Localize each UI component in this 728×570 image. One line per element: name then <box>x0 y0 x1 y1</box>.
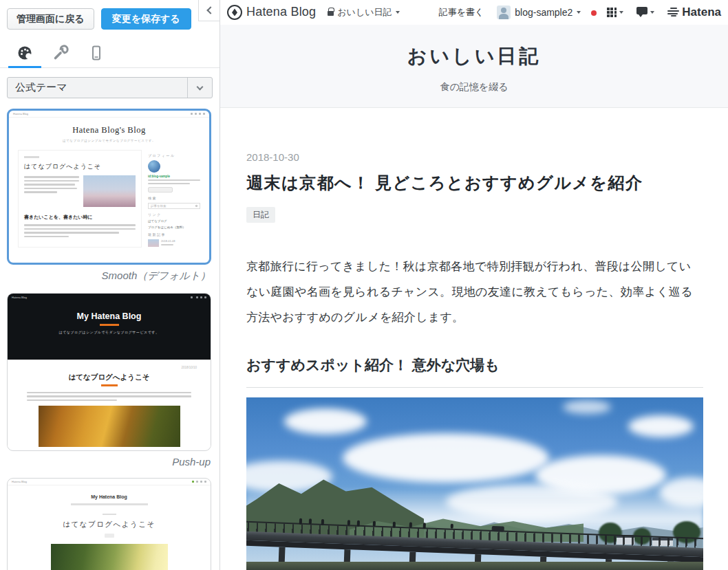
caret-down-icon <box>577 11 581 14</box>
pen-nib-icon <box>227 5 242 20</box>
mini-link-1: はてなブログ <box>148 219 200 223</box>
mini-recent-thumb <box>148 239 159 247</box>
apps-menu[interactable] <box>607 8 623 17</box>
back-to-admin-button[interactable]: 管理画面に戻る <box>7 8 94 30</box>
post-section-heading: おすすめスポット紹介！ 意外な穴場も <box>246 355 703 388</box>
theme-category-value: 公式テーマ <box>8 81 187 94</box>
mini-text-lines <box>24 175 79 207</box>
mini-columns: はてなブログへようこそ 書きたいことを、書きたい時に プロフィール <box>9 150 209 248</box>
mini-blog-subtitle: はてなブログはシンプルでモダンなブログサービスです。 <box>8 330 211 334</box>
mini-blog-title: My Hatena Blog <box>8 311 211 321</box>
blog-post: 2018-10-30 週末は京都へ！ 見どころとおすすめグルメを紹介 日記 京都… <box>220 108 728 570</box>
notification-dot <box>591 10 597 16</box>
tab-theme[interactable] <box>7 38 43 67</box>
mini-recent-item: 2018-01-08 <box>148 239 200 248</box>
pedestrian <box>299 518 302 525</box>
user-avatar <box>497 6 511 19</box>
notices-menu[interactable] <box>636 7 654 17</box>
mini-brand: Hatena Blog <box>12 480 27 483</box>
design-tabs <box>0 38 220 68</box>
mini-blog-title: Hatena Blog's Blog <box>9 125 209 135</box>
mini-text-lines <box>8 392 211 402</box>
mini-date-bar <box>103 514 116 516</box>
account-name: blog-sample2 <box>515 7 572 18</box>
mini-sidebar: プロフィール id:blog-sample 検索 記事を検索 リンク はてなブロ… <box>148 150 200 248</box>
mini-subtitle-bar <box>71 503 148 505</box>
mini-readmore-button <box>148 187 173 193</box>
mini-magnifier-icon <box>195 205 197 207</box>
post-date[interactable]: 2018-10-30 <box>246 151 703 163</box>
mini-topbar-icons <box>191 296 206 298</box>
theme-label-pushup: Push-up <box>7 456 211 468</box>
pedestrian <box>451 524 453 529</box>
mini-autumn-photo <box>39 406 180 447</box>
mini-link-2: ブログをはじめる（無料） <box>148 226 200 229</box>
mini-topbar-icons <box>191 113 205 115</box>
theme-card-pushup[interactable]: Hatena Blog My Hatena Blog はてなブログはシンプルでモ… <box>7 293 211 451</box>
tab-customize[interactable] <box>43 38 78 67</box>
save-changes-button[interactable]: 変更を保存する <box>101 8 191 30</box>
smartphone-icon <box>88 45 105 61</box>
hatena-portal-logo[interactable]: Hatena <box>667 6 721 19</box>
mini-post-title: はてなブログへようこそ <box>8 373 211 382</box>
mini-post-title: はてなブログへようこそ <box>8 520 211 529</box>
post-title[interactable]: 週末は京都へ！ 見どころとおすすめグルメを紹介 <box>246 172 703 194</box>
mini-topbar: Hatena Blog <box>8 479 211 485</box>
apps-grid-icon <box>607 8 617 17</box>
current-blog-name: おいしい日記 <box>337 6 392 19</box>
speech-bubble-icon <box>636 7 647 14</box>
mini-accent-underline <box>101 384 118 386</box>
mini-search-label: 検索 <box>148 196 200 200</box>
select-caret-box <box>187 78 212 98</box>
mini-topbar-icons <box>192 481 206 483</box>
mini-dark-header: Hatena Blog My Hatena Blog はてなブログはシンプルでモ… <box>8 294 211 360</box>
hatena-blog-logo[interactable]: Hatena Blog <box>227 5 316 20</box>
write-post-link[interactable]: 記事を書く <box>439 6 484 19</box>
mini-date-bar <box>24 156 39 158</box>
category-badge[interactable]: 日記 <box>246 207 275 223</box>
theme-category-select[interactable]: 公式テーマ <box>7 77 213 98</box>
mini-profile-id: id:blog-sample <box>148 175 200 178</box>
mini-category-badge <box>105 534 114 538</box>
hatena-logo-text: Hatena <box>682 6 721 19</box>
mini-topbar: Hatena Blog <box>9 111 209 118</box>
pedestrian <box>347 520 350 525</box>
mini-brand: Hatena Blog <box>12 296 27 299</box>
pedestrian <box>321 519 324 525</box>
theme-list: Hatena Blog Hatena Blog's Blog はてなブログはシン… <box>0 107 220 570</box>
mini-search-box: 記事を検索 <box>148 203 200 209</box>
pedestrian <box>409 522 412 527</box>
theme-card-third[interactable]: Hatena Blog My Hatena Blog はてなブログへようこそ <box>7 478 211 570</box>
pedestrian <box>357 520 360 527</box>
vehicle <box>492 526 504 532</box>
mini-topbar: Hatena Blog <box>8 294 211 301</box>
mini-links-label: リンク <box>148 212 200 217</box>
blog-header: おいしい日記 食の記憶を綴る <box>220 25 728 108</box>
caret-down-icon <box>650 11 654 14</box>
mini-recent-date: 2018-01-08 <box>161 239 175 243</box>
pedestrian <box>309 518 312 524</box>
mini-blog-subtitle: はてなブログはシンプルでモダンなブログサービスです。 <box>9 139 209 142</box>
cloud <box>628 415 694 437</box>
cloud <box>284 408 367 435</box>
blog-title[interactable]: おいしい日記 <box>220 25 728 69</box>
mini-avatar <box>148 160 160 173</box>
hatena-blog-design-page: 管理画面に戻る 変更を保存する <box>0 0 728 570</box>
tab-smartphone[interactable] <box>78 38 114 67</box>
caret-down-icon <box>619 11 623 14</box>
mini-accent-underline <box>100 324 119 326</box>
mini-brand: Hatena Blog <box>13 112 28 116</box>
pedestrian <box>393 522 396 528</box>
theme-card-smooth[interactable]: Hatena Blog Hatena Blog's Blog はてなブログはシン… <box>7 109 211 265</box>
post-body-text: 京都旅行に行ってきました！秋は京都各地で特別拝観が行われ、普段は公開していない庭… <box>246 254 703 330</box>
chevron-left-icon <box>206 6 214 14</box>
hatena-blog-logo-text: Hatena Blog <box>246 5 316 19</box>
mini-river-photo <box>51 544 168 570</box>
mini-sea-photo <box>83 175 136 207</box>
blog-switcher-dropdown[interactable]: おいしい日記 <box>328 6 399 19</box>
kyoto-bridge-photo <box>246 397 703 570</box>
account-menu[interactable]: blog-sample2 <box>497 6 581 19</box>
pedestrian <box>423 523 426 529</box>
sidebar-collapse-button[interactable] <box>198 0 220 21</box>
blog-subtitle: 食の記憶を綴る <box>220 81 728 94</box>
